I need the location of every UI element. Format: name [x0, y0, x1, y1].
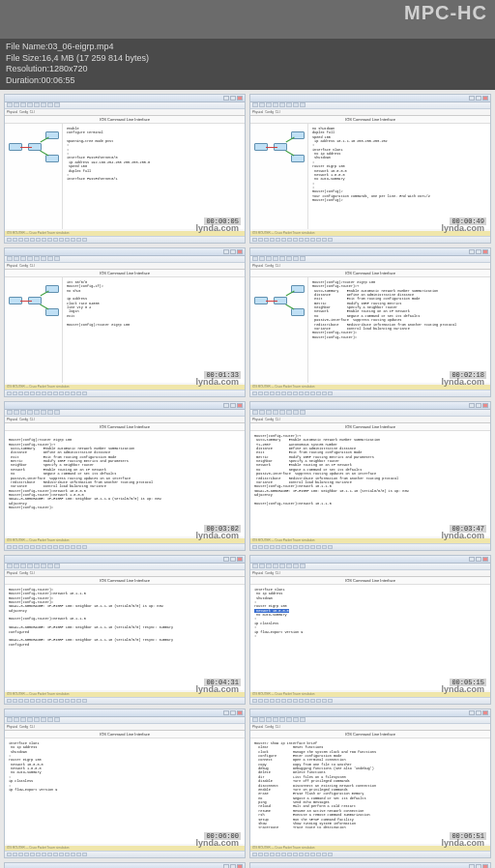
close-button[interactable] — [482, 403, 488, 408]
toolbar-button[interactable] — [27, 564, 33, 568]
cli-output[interactable]: Router(config-router)#? auto-summary Ena… — [250, 431, 490, 536]
toolbar-button[interactable] — [300, 564, 306, 568]
tab-cli[interactable]: CLI — [276, 264, 280, 268]
toolbar-button[interactable] — [34, 102, 40, 107]
toolbar-button[interactable] — [27, 256, 33, 261]
footer-tool-button[interactable] — [276, 853, 280, 856]
footer-tool-button[interactable] — [71, 545, 75, 549]
toolbar-button[interactable] — [34, 564, 40, 568]
tab-config[interactable]: Config — [265, 725, 274, 729]
video-thumbnail[interactable]: PhysicalConfigCLIIOS Command Line Interf… — [249, 555, 491, 705]
close-button[interactable] — [482, 864, 488, 868]
footer-tool-button[interactable] — [76, 545, 81, 549]
cli-output[interactable]: int s0/0/0 Router(config-if)# no shut ip… — [63, 277, 245, 383]
footer-tool-button[interactable] — [7, 238, 12, 242]
footer-tool-button[interactable] — [30, 391, 35, 395]
footer-tool-button[interactable] — [7, 545, 12, 549]
tab-config[interactable]: Config — [19, 110, 28, 114]
tab-cli[interactable]: CLI — [30, 725, 35, 729]
footer-tool-button[interactable] — [47, 853, 52, 856]
toolbar-button[interactable] — [293, 410, 299, 415]
toolbar-button[interactable] — [47, 256, 53, 261]
footer-tool-button[interactable] — [18, 853, 23, 856]
close-button[interactable] — [482, 557, 488, 562]
footer-tool-button[interactable] — [264, 545, 269, 549]
footer-tool-button[interactable] — [276, 391, 280, 395]
footer-tool-button[interactable] — [13, 853, 17, 856]
footer-tool-button[interactable] — [53, 545, 58, 549]
footer-tool-button[interactable] — [276, 545, 280, 549]
video-thumbnail[interactable]: PhysicalConfigCLIIOS Command Line Interf… — [4, 862, 246, 868]
toolbar-button[interactable] — [14, 564, 19, 568]
footer-tool-button[interactable] — [13, 238, 17, 242]
footer-tool-button[interactable] — [18, 545, 23, 549]
footer-tool-button[interactable] — [7, 699, 12, 703]
footer-tool-button[interactable] — [18, 238, 23, 242]
footer-tool-button[interactable] — [293, 853, 298, 856]
tab-config[interactable]: Config — [265, 571, 274, 575]
tab-physical[interactable]: Physical — [252, 725, 263, 729]
video-thumbnail[interactable]: PhysicalConfigCLIIOS Command Line Interf… — [4, 555, 246, 705]
video-thumbnail[interactable]: PhysicalConfigCLIIOS Command Line Interf… — [4, 247, 246, 397]
footer-tool-button[interactable] — [53, 238, 58, 242]
pc-icon[interactable] — [291, 308, 305, 316]
tab-physical[interactable]: Physical — [7, 264, 17, 268]
topology-pane[interactable] — [5, 124, 63, 229]
minimize-button[interactable] — [223, 249, 229, 254]
footer-tool-button[interactable] — [293, 238, 298, 242]
toolbar-button[interactable] — [7, 564, 13, 568]
minimize-button[interactable] — [223, 557, 229, 562]
toolbar-button[interactable] — [273, 410, 278, 415]
maximize-button[interactable] — [230, 710, 236, 715]
footer-tool-button[interactable] — [36, 545, 41, 549]
footer-tool-button[interactable] — [310, 699, 315, 703]
footer-tool-button[interactable] — [328, 545, 333, 549]
footer-tool-button[interactable] — [258, 391, 263, 395]
maximize-button[interactable] — [230, 864, 236, 868]
footer-tool-button[interactable] — [252, 699, 257, 703]
topology-pane[interactable] — [5, 277, 63, 383]
footer-tool-button[interactable] — [76, 853, 81, 856]
tab-cli[interactable]: CLI — [276, 725, 280, 729]
toolbar-button[interactable] — [20, 256, 26, 261]
footer-tool-button[interactable] — [305, 853, 309, 856]
footer-tool-button[interactable] — [293, 391, 298, 395]
minimize-button[interactable] — [469, 557, 475, 562]
footer-tool-button[interactable] — [47, 391, 52, 395]
footer-tool-button[interactable] — [71, 853, 75, 856]
toolbar-button[interactable] — [273, 256, 278, 261]
maximize-button[interactable] — [476, 557, 481, 562]
footer-tool-button[interactable] — [322, 699, 327, 703]
footer-tool-button[interactable] — [24, 545, 29, 549]
tab-cli[interactable]: CLI — [276, 110, 280, 114]
tab-physical[interactable]: Physical — [7, 571, 17, 575]
video-thumbnail[interactable]: PhysicalConfigCLIIOS Command Line Interf… — [4, 401, 246, 551]
tab-config[interactable]: Config — [265, 110, 274, 114]
pc-icon[interactable] — [45, 155, 59, 162]
close-button[interactable] — [482, 710, 488, 715]
toolbar-button[interactable] — [279, 410, 285, 415]
footer-tool-button[interactable] — [82, 853, 87, 856]
toolbar-button[interactable] — [20, 410, 26, 415]
footer-tool-button[interactable] — [328, 853, 333, 856]
tab-physical[interactable]: Physical — [252, 571, 263, 575]
toolbar-button[interactable] — [279, 717, 285, 722]
toolbar-button[interactable] — [20, 717, 26, 722]
cli-output[interactable]: no shutdown duplex full speed 100 ip add… — [308, 124, 490, 229]
cli-output[interactable]: Router(config-router)# Router(config-rou… — [5, 585, 245, 690]
footer-tool-button[interactable] — [42, 699, 46, 703]
footer-tool-button[interactable] — [305, 699, 309, 703]
footer-tool-button[interactable] — [36, 391, 41, 395]
toolbar-button[interactable] — [14, 410, 19, 415]
maximize-button[interactable] — [476, 710, 481, 715]
footer-tool-button[interactable] — [270, 238, 275, 242]
footer-tool-button[interactable] — [71, 699, 75, 703]
toolbar-button[interactable] — [293, 256, 299, 261]
footer-tool-button[interactable] — [299, 238, 304, 242]
footer-tool-button[interactable] — [65, 853, 70, 856]
toolbar-button[interactable] — [47, 102, 53, 107]
toolbar-button[interactable] — [20, 564, 26, 568]
footer-tool-button[interactable] — [59, 545, 64, 549]
maximize-button[interactable] — [476, 864, 481, 868]
footer-tool-button[interactable] — [13, 545, 17, 549]
